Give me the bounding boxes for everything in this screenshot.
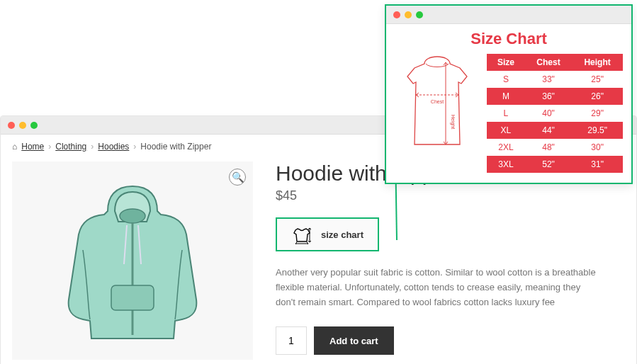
size-row: L40"29" — [487, 105, 623, 122]
product-description: Another very popular suit fabric is cott… — [276, 266, 602, 309]
window-close-dot[interactable] — [8, 122, 15, 129]
size-tbody: S33"25" M36"26" L40"29" XL44"29.5" 2XL48… — [487, 71, 623, 173]
chest-label: Chest — [431, 99, 444, 104]
cart-row: Add to cart — [276, 326, 625, 355]
crumb-home[interactable]: Home — [21, 142, 44, 152]
th-height: Height — [572, 54, 623, 71]
popup-body: Size Chart Chest Height Size Chest Heigh… — [386, 24, 631, 183]
size-table: Size Chest Height S33"25" M36"26" L40"29… — [487, 54, 623, 173]
shirt-icon — [291, 224, 312, 244]
size-row: 3XL52"31" — [487, 156, 623, 173]
product-price: $45 — [276, 188, 625, 203]
zoom-icon[interactable]: 🔍 — [229, 169, 246, 186]
size-diagram: Chest Height — [395, 54, 480, 153]
popup-min-dot[interactable] — [405, 11, 412, 18]
product-gallery: 🔍 — [12, 161, 253, 360]
crumb-current: Hoodie with Zipper — [140, 142, 211, 152]
height-label: Height — [450, 115, 456, 129]
window-min-dot[interactable] — [19, 122, 26, 129]
popup-close-dot[interactable] — [393, 11, 400, 18]
product-info: Hoodie with Zipper $45 size chart Anothe… — [276, 161, 625, 360]
size-row: S33"25" — [487, 71, 623, 88]
size-chart-title: Size Chart — [395, 30, 623, 48]
size-row: M36"26" — [487, 88, 623, 105]
size-chart-button[interactable]: size chart — [276, 217, 379, 251]
th-chest: Chest — [525, 54, 572, 71]
home-icon: ⌂ — [12, 142, 17, 152]
crumb-hoodies[interactable]: Hoodies — [98, 142, 129, 152]
th-size: Size — [487, 54, 525, 71]
size-row: 2XL48"30" — [487, 139, 623, 156]
size-chart-popup: Size Chart Chest Height Size Chest Heigh… — [385, 4, 633, 184]
svg-point-0 — [120, 209, 145, 223]
size-chart-label: size chart — [321, 229, 363, 240]
size-row: XL44"29.5" — [487, 122, 623, 139]
window-max-dot[interactable] — [30, 122, 38, 129]
popup-chrome — [386, 6, 631, 24]
hoodie-image — [47, 172, 218, 349]
quantity-input[interactable] — [276, 326, 307, 355]
popup-max-dot[interactable] — [416, 11, 423, 18]
popup-content: Chest Height Size Chest Height S33"25" M… — [395, 54, 623, 173]
svg-rect-2 — [111, 285, 154, 310]
add-to-cart-button[interactable]: Add to cart — [314, 326, 394, 355]
product-layout: 🔍 Hoodie with Zipper $45 — [1, 156, 636, 364]
crumb-clothing[interactable]: Clothing — [55, 142, 86, 152]
